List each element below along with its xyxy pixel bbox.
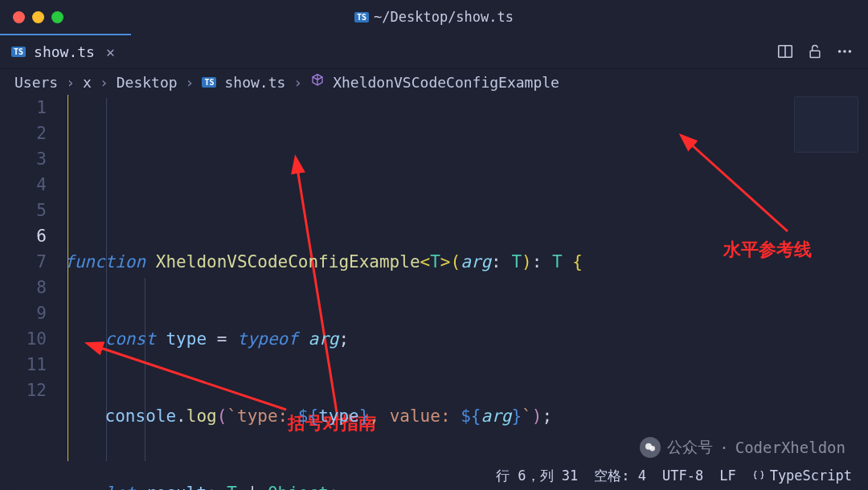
code-line: const type = typeof arg; xyxy=(64,326,868,352)
status-language[interactable]: TypeScript xyxy=(752,468,852,484)
line-number: 12 xyxy=(0,378,47,403)
watermark-name: CoderXheldon xyxy=(735,439,845,456)
more-actions-icon[interactable] xyxy=(836,43,854,60)
line-number: 3 xyxy=(0,146,47,172)
ts-file-icon: TS xyxy=(11,47,26,57)
svg-point-3 xyxy=(838,50,841,53)
line-number: 9 xyxy=(0,300,47,326)
editor-tab-showts[interactable]: TS show.ts ✕ xyxy=(0,34,131,68)
line-number: 11 xyxy=(0,352,47,378)
line-number: 5 xyxy=(0,198,47,223)
line-number-gutter: 1 2 3 4 5 6 7 8 9 10 11 12 xyxy=(0,95,64,490)
tab-bar: TS show.ts ✕ xyxy=(0,34,868,69)
chevron-right-icon: › xyxy=(293,74,302,91)
chevron-right-icon: › xyxy=(66,74,75,91)
chevron-right-icon: › xyxy=(100,74,108,91)
code-line: console.log(`type: ${type}, value: ${arg… xyxy=(64,403,868,429)
window-title-text: ~/Desktop/show.ts xyxy=(374,9,514,25)
indent-guide xyxy=(145,278,145,490)
status-encoding[interactable]: UTF-8 xyxy=(662,468,703,484)
line-number: 1 xyxy=(0,95,47,120)
status-cursor-position[interactable]: 行 6，列 31 xyxy=(496,467,578,485)
editor-top-actions xyxy=(776,34,868,68)
watermark-label: 公众号 xyxy=(667,437,713,458)
chevron-right-icon: › xyxy=(186,74,194,91)
wechat-icon xyxy=(640,437,661,458)
line-number: 4 xyxy=(0,172,47,198)
window-titlebar: TS ~/Desktop/show.ts xyxy=(0,0,868,34)
breadcrumb-segment[interactable]: Users xyxy=(14,74,58,91)
split-editor-icon[interactable] xyxy=(776,43,794,60)
line-number: 6 xyxy=(0,223,47,249)
svg-point-10 xyxy=(650,446,656,451)
line-number: 7 xyxy=(0,249,47,275)
status-indentation[interactable]: 空格: 4 xyxy=(594,467,646,485)
breadcrumb-segment[interactable]: x xyxy=(83,74,92,91)
braces-icon xyxy=(752,469,765,482)
watermark-sep: · xyxy=(719,439,728,456)
line-number: 8 xyxy=(0,275,47,300)
breadcrumb-symbol[interactable]: XheldonVSCodeConfigExample xyxy=(333,74,559,91)
svg-rect-2 xyxy=(810,51,820,57)
minimap[interactable] xyxy=(794,96,858,153)
code-line: function XheldonVSCodeConfigExample<T>(a… xyxy=(64,249,868,275)
status-eol[interactable]: LF xyxy=(719,468,735,484)
line-number: 10 xyxy=(0,326,47,352)
ts-file-icon: TS xyxy=(354,12,369,22)
svg-point-4 xyxy=(843,50,846,53)
close-tab-icon[interactable]: ✕ xyxy=(103,43,118,60)
status-language-label: TypeScript xyxy=(770,468,852,484)
line-number: 2 xyxy=(0,120,47,146)
breadcrumb[interactable]: Users › x › Desktop › TS show.ts › Xheld… xyxy=(0,69,868,95)
ts-file-icon: TS xyxy=(202,77,216,88)
code-editor[interactable]: 1 2 3 4 5 6 7 8 9 10 11 12 function Xhel… xyxy=(0,95,868,490)
svg-point-5 xyxy=(849,50,852,53)
watermark: 公众号 · CoderXheldon xyxy=(640,437,845,458)
tab-filename: show.ts xyxy=(34,43,95,60)
indent-guide xyxy=(106,98,107,490)
breadcrumb-segment[interactable]: Desktop xyxy=(117,74,178,91)
code-content[interactable]: function XheldonVSCodeConfigExample<T>(a… xyxy=(64,95,868,490)
window-title: TS ~/Desktop/show.ts xyxy=(0,9,868,25)
symbol-icon xyxy=(310,73,325,91)
breadcrumb-file[interactable]: show.ts xyxy=(224,74,285,91)
indent-guide xyxy=(68,95,68,490)
readonly-lock-icon[interactable] xyxy=(807,43,823,60)
